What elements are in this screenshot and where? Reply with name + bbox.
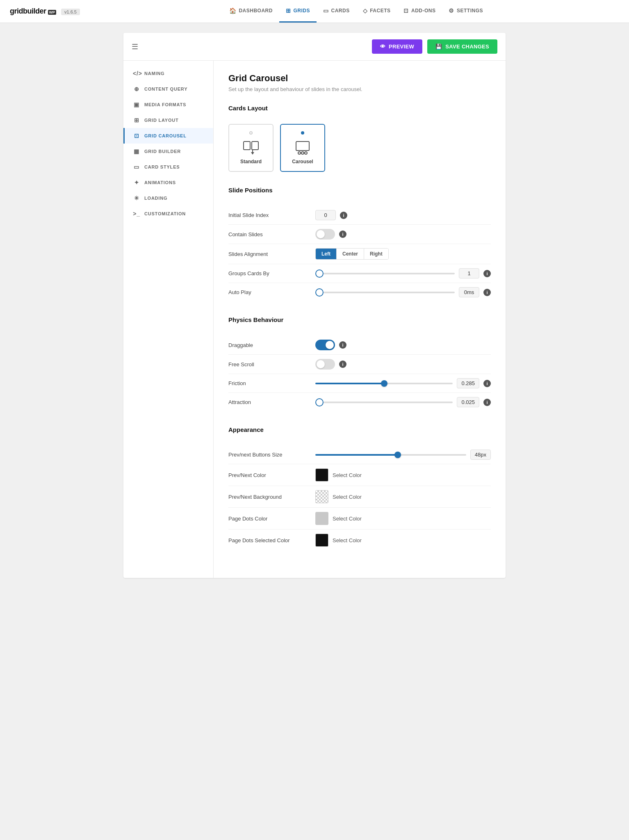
auto-play-slider[interactable] — [315, 288, 455, 297]
content-area: Grid Carousel Set up the layout and beha… — [214, 61, 506, 578]
sidebar-item-naming[interactable]: </> NAMING — [123, 66, 213, 81]
auto-play-value: 0ms — [459, 287, 479, 297]
page-dots-color-swatch[interactable] — [315, 512, 328, 525]
content-query-icon: ⊕ — [133, 86, 140, 92]
prev-next-bg-label: Prev/Next Background — [228, 494, 310, 500]
nav-dashboard-label: DASHBOARD — [239, 8, 273, 14]
auto-play-control: 0ms i — [315, 287, 491, 297]
customization-icon: >_ — [133, 210, 140, 217]
nav-grids[interactable]: ⊞ GRIDS — [279, 0, 317, 23]
sidebar-item-customization[interactable]: >_ CUSTOMIZATION — [123, 206, 213, 221]
alignment-left[interactable]: Left — [316, 249, 337, 259]
animations-icon: ✦ — [133, 179, 140, 186]
nav-grids-label: GRIDS — [293, 8, 310, 14]
groups-cards-by-info[interactable]: i — [483, 270, 491, 277]
alignment-right[interactable]: Right — [364, 249, 388, 259]
cards-icon: ▭ — [323, 7, 329, 14]
auto-play-info[interactable]: i — [483, 289, 491, 296]
page-subtitle: Set up the layout and behaviour of slide… — [228, 86, 491, 92]
groups-cards-by-knob[interactable] — [315, 269, 324, 278]
sidebar-item-grid-builder[interactable]: ▦ GRID BUILDER — [123, 144, 213, 159]
layout-card-carousel[interactable]: Carousel — [280, 124, 325, 172]
sidebar-item-loading[interactable]: ✳ LOADING — [123, 190, 213, 206]
groups-cards-by-label: Groups Cards By — [228, 270, 310, 276]
nav-settings[interactable]: ⚙ SETTINGS — [442, 0, 490, 23]
preview-label: PREVIEW — [389, 43, 414, 50]
alignment-center[interactable]: Center — [337, 249, 364, 259]
attraction-info[interactable]: i — [483, 399, 491, 406]
contain-slides-toggle[interactable] — [315, 229, 335, 240]
initial-slide-index-label: Initial Slide Index — [228, 212, 310, 218]
auto-play-line — [324, 292, 455, 293]
save-button[interactable]: 💾 SAVE CHANGES — [427, 39, 497, 54]
sidebar-item-animations[interactable]: ✦ ANIMATIONS — [123, 175, 213, 190]
friction-slider-container — [315, 383, 453, 384]
contain-slides-info[interactable]: i — [339, 231, 346, 238]
attraction-row: Attraction 0.025 i — [228, 393, 491, 411]
prev-next-color-select-label[interactable]: Select Color — [333, 472, 362, 478]
sidebar-item-content-query[interactable]: ⊕ CONTENT QUERY — [123, 81, 213, 97]
groups-cards-by-slider[interactable] — [315, 269, 455, 278]
free-scroll-row: Free Scroll i — [228, 355, 491, 374]
slide-positions-title: Slide Positions — [228, 187, 491, 198]
sidebar-item-media-formats[interactable]: ▣ MEDIA FORMATS — [123, 97, 213, 112]
carousel-dot — [301, 131, 304, 135]
naming-icon: </> — [133, 70, 140, 77]
cards-layout-title: Cards Layout — [228, 105, 491, 116]
grids-icon: ⊞ — [286, 7, 291, 14]
free-scroll-info[interactable]: i — [339, 361, 346, 368]
nav-cards-label: CARDS — [331, 8, 349, 14]
svg-rect-3 — [296, 142, 309, 151]
page-dots-color-select-label[interactable]: Select Color — [333, 516, 362, 522]
auto-play-knob[interactable] — [315, 288, 324, 297]
friction-info[interactable]: i — [483, 380, 491, 387]
prev-next-bg-swatch[interactable] — [315, 490, 328, 503]
initial-slide-index-value[interactable]: 0 — [315, 210, 336, 220]
attraction-value: 0.025 — [457, 397, 479, 407]
attraction-knob[interactable] — [315, 398, 324, 406]
sidebar-item-card-styles[interactable]: ▭ CARD STYLES — [123, 159, 213, 175]
groups-cards-by-value: 1 — [459, 268, 479, 278]
prev-next-bg-select-label[interactable]: Select Color — [333, 494, 362, 500]
friction-slider[interactable] — [315, 383, 453, 384]
prev-next-color-swatch[interactable] — [315, 468, 328, 482]
sidebar-toggle-icon[interactable]: ☰ — [132, 42, 138, 51]
media-formats-icon: ▣ — [133, 101, 140, 108]
sidebar-content-query-label: CONTENT QUERY — [144, 87, 187, 91]
layout-card-standard[interactable]: Standard — [228, 124, 273, 172]
draggable-info[interactable]: i — [339, 341, 346, 349]
attraction-slider[interactable] — [315, 398, 453, 406]
sidebar-item-grid-carousel[interactable]: ⊡ GRID CAROUSEL — [123, 128, 213, 144]
sidebar-customization-label: CUSTOMIZATION — [144, 211, 186, 216]
groups-cards-by-control: 1 i — [315, 268, 491, 278]
nav-dashboard[interactable]: 🏠 DASHBOARD — [223, 0, 279, 23]
slides-alignment-label: Slides Alignment — [228, 251, 310, 257]
contain-slides-control: i — [315, 229, 491, 240]
sidebar-item-grid-layout[interactable]: ⊞ GRID LAYOUT — [123, 112, 213, 128]
card-styles-icon: ▭ — [133, 164, 140, 170]
nav-facets[interactable]: ◇ FACETS — [356, 0, 397, 23]
main-panel: ☰ 👁 PREVIEW 💾 SAVE CHANGES </> NAMING — [123, 33, 506, 578]
groups-cards-by-row: Groups Cards By 1 i — [228, 264, 491, 283]
page-dots-selected-swatch[interactable] — [315, 534, 328, 547]
nav-cards[interactable]: ▭ CARDS — [317, 0, 356, 23]
initial-slide-index-info[interactable]: i — [340, 212, 347, 219]
prev-next-size-slider[interactable] — [315, 454, 466, 456]
prev-next-color-row: Prev/Next Color Select Color — [228, 464, 491, 486]
draggable-label: Draggable — [228, 342, 310, 348]
preview-button[interactable]: 👁 PREVIEW — [372, 39, 422, 54]
sidebar-loading-label: LOADING — [144, 196, 167, 201]
free-scroll-toggle[interactable] — [315, 359, 335, 370]
svg-point-6 — [305, 152, 307, 154]
page-dots-selected-select-label[interactable]: Select Color — [333, 537, 362, 543]
free-scroll-thumb — [317, 360, 325, 368]
page-dots-color-row-inner: Select Color — [315, 512, 362, 525]
prev-next-size-label: Prev/next Buttons Size — [228, 452, 310, 458]
slide-positions-section: Slide Positions Initial Slide Index 0 i … — [228, 187, 491, 301]
draggable-toggle[interactable] — [315, 340, 335, 350]
logo: gridbuilder WP v1.6.5 — [10, 7, 80, 16]
svg-rect-0 — [244, 142, 250, 150]
prev-next-bg-row: Prev/Next Background Select Color — [228, 486, 491, 508]
nav-addons[interactable]: ⊡ ADD-ONS — [397, 0, 442, 23]
draggable-control: i — [315, 340, 491, 350]
